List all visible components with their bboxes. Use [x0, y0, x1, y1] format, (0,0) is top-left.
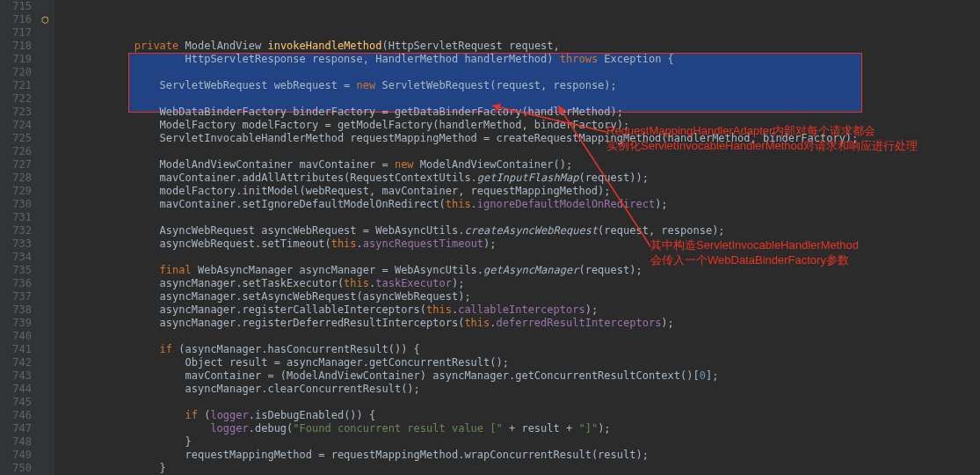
line-number: 716: [5, 13, 32, 26]
code-line: asyncManager.clearConcurrentResult();: [58, 383, 980, 396]
code-line: asyncManager.setTaskExecutor(this.taskEx…: [58, 277, 980, 290]
code-line: HttpServletResponse response, HandlerMet…: [58, 53, 980, 66]
code-line: requestMappingMethod = requestMappingMet…: [58, 449, 980, 462]
line-number: 743: [5, 369, 32, 383]
line-number: 729: [5, 185, 32, 198]
line-number: 746: [5, 409, 32, 422]
code-line: Object result = asyncManager.getConcurre…: [58, 356, 980, 369]
line-number: 717: [5, 26, 32, 40]
marker-column: ⬡: [39, 0, 54, 475]
line-number: 718: [5, 40, 32, 53]
code-line: [58, 92, 980, 106]
override-marker-icon[interactable]: ⬡: [41, 13, 52, 24]
line-number: 724: [5, 119, 32, 132]
line-number: 728: [5, 172, 32, 185]
code-line: [58, 66, 980, 79]
code-line: }: [58, 462, 980, 475]
line-number: 723: [5, 106, 32, 119]
line-number: 733: [5, 238, 32, 251]
line-number: 730: [5, 198, 32, 211]
code-line: AsyncWebRequest asyncWebRequest = WebAsy…: [58, 224, 980, 238]
line-number: 732: [5, 224, 32, 238]
line-number: 735: [5, 264, 32, 277]
code-line: logger.debug("Found concurrent result va…: [58, 422, 980, 435]
code-line: ModelAndViewContainer mavContainer = new…: [58, 158, 980, 172]
line-number: 738: [5, 303, 32, 317]
line-number: 736: [5, 277, 32, 290]
line-number: 749: [5, 449, 32, 462]
line-number: 750: [5, 462, 32, 475]
code-line: if (logger.isDebugEnabled()) {: [58, 409, 980, 422]
line-number: 731: [5, 211, 32, 224]
annotation-note-1: RequestMappingHandlerAdapter内部对每个请求都会 实例…: [606, 123, 918, 153]
line-number: 741: [5, 343, 32, 356]
code-line: asyncManager.registerCallableInterceptor…: [58, 303, 980, 317]
line-number-gutter[interactable]: 7157167177187197207217227237247257267277…: [0, 0, 39, 475]
code-line: mavContainer = (ModelAndViewContainer) a…: [58, 369, 980, 383]
line-number: 721: [5, 79, 32, 92]
line-number: 740: [5, 330, 32, 343]
line-number: 726: [5, 145, 32, 158]
code-line: }: [58, 435, 980, 449]
annotation-note-1-line1: RequestMappingHandlerAdapter内部对每个请求都会: [606, 123, 918, 138]
line-number: 720: [5, 66, 32, 79]
annotation-note-2-line2: 会传入一个WebDataBinderFactory参数: [650, 252, 859, 267]
line-number: 719: [5, 53, 32, 66]
annotation-note-2-line1: 其中构造ServletInvocableHandlerMethod: [650, 238, 859, 252]
line-number: 727: [5, 158, 32, 172]
line-number: 715: [5, 0, 32, 13]
line-number: 744: [5, 383, 32, 396]
line-number: 747: [5, 422, 32, 435]
line-number: 739: [5, 317, 32, 330]
code-line: if (asyncManager.hasConcurrentResult()) …: [58, 343, 980, 356]
code-line: mavContainer.addAllAttributes(RequestCon…: [58, 172, 980, 185]
annotation-note-2: 其中构造ServletInvocableHandlerMethod 会传入一个W…: [650, 238, 859, 267]
code-line: private ModelAndView invokeHandleMethod(…: [58, 40, 980, 53]
code-line: ServletWebRequest webRequest = new Servl…: [58, 79, 980, 92]
line-number: 734: [5, 251, 32, 264]
annotation-note-1-line2: 实例化ServletInvocableHandlerMethod对请求和响应进行…: [606, 138, 918, 153]
code-line: [58, 330, 980, 343]
code-line: [58, 396, 980, 409]
line-number: 725: [5, 132, 32, 145]
line-number: 742: [5, 356, 32, 369]
line-number: 737: [5, 290, 32, 303]
code-line: mavContainer.setIgnoreDefaultModelOnRedi…: [58, 198, 980, 211]
code-line: asyncManager.setAsyncWebRequest(asyncWeb…: [58, 290, 980, 303]
line-number: 748: [5, 435, 32, 449]
code-line: WebDataBinderFactory binderFactory = get…: [58, 106, 980, 119]
code-line: asyncManager.registerDeferredResultInter…: [58, 317, 980, 330]
line-number: 745: [5, 396, 32, 409]
line-number: 722: [5, 92, 32, 106]
code-line: [58, 211, 980, 224]
code-line: modelFactory.initModel(webRequest, mavCo…: [58, 185, 980, 198]
